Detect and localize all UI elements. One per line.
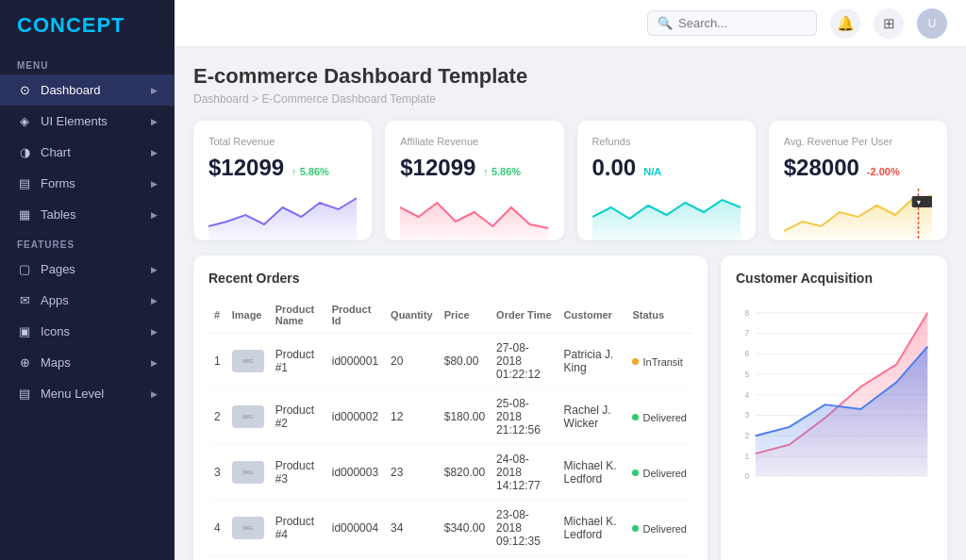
tables-icon: ▦ — [17, 207, 32, 222]
col-status: Status — [626, 297, 692, 334]
svg-text:0: 0 — [744, 471, 749, 481]
cell-num: 1 — [208, 334, 226, 389]
product-thumbnail: IMG — [232, 517, 264, 539]
cell-time: 23-08-2018 09:12:35 — [491, 501, 558, 556]
cell-image: IMG — [226, 389, 270, 445]
stat-chart — [400, 189, 548, 240]
stat-change: ↑ 5.86% — [291, 166, 329, 177]
col-product-name: Product Name — [270, 297, 326, 334]
chevron-right-icon: ▶ — [151, 265, 158, 274]
page-title: E-commerce Dashboard Template — [193, 64, 947, 89]
acquisition-card: Customer Acquisition 8 7 6 5 4 3 2 1 0 — [721, 255, 947, 560]
cell-price: $340.00 — [439, 501, 491, 556]
col-customer: Customer — [558, 297, 627, 334]
cell-status: Delivered — [626, 501, 692, 556]
cell-status: InTransit — [626, 334, 692, 389]
sidebar-item-pages[interactable]: ▢ Pages ▶ — [0, 254, 175, 285]
product-thumbnail: IMG — [232, 350, 264, 372]
cell-id: id000004 — [326, 501, 385, 556]
breadcrumb-home[interactable]: Dashboard — [193, 92, 249, 106]
orders-table: # Image Product Name Product Id Quantity… — [208, 297, 692, 556]
chevron-right-icon: ▶ — [151, 358, 158, 368]
svg-text:5: 5 — [744, 370, 749, 379]
menu-level-icon: ▤ — [17, 387, 32, 401]
icons-icon: ▣ — [17, 324, 32, 338]
cell-name: Product #4 — [270, 501, 326, 556]
apps-grid-button[interactable]: ⊞ — [874, 8, 904, 39]
sidebar-item-dashboard[interactable]: ⊙ Dashboard ▶ — [0, 74, 175, 106]
svg-text:▼: ▼ — [915, 199, 922, 206]
cell-customer: Rachel J. Wicker — [558, 389, 627, 445]
sidebar-item-label: Tables — [41, 207, 76, 222]
sidebar-item-tables[interactable]: ▦ Tables ▶ — [0, 199, 175, 230]
svg-text:8: 8 — [744, 308, 749, 318]
sidebar-item-label: Dashboard — [41, 83, 101, 97]
svg-marker-3 — [784, 196, 932, 240]
breadcrumb: Dashboard > E-Commerce Dashboard Templat… — [193, 92, 947, 106]
stat-value: $28000 — [784, 155, 859, 181]
status-dot — [632, 525, 639, 532]
orders-card: Recent Orders # Image Product Name Produ… — [193, 255, 708, 560]
stat-value: $12099 — [400, 155, 475, 181]
user-avatar[interactable]: U — [917, 8, 947, 39]
chevron-right-icon: ▶ — [151, 296, 158, 305]
status-text: Delivered — [642, 468, 686, 479]
table-row: 4 IMG Product #4 id000004 34 $340.00 23-… — [208, 501, 692, 556]
sidebar-item-chart[interactable]: ◑ Chart ▶ — [0, 137, 175, 168]
status-text: InTransit — [642, 356, 682, 368]
search-input[interactable] — [678, 16, 810, 30]
chevron-right-icon: ▶ — [151, 179, 158, 189]
svg-text:6: 6 — [744, 349, 749, 358]
features-section-label: FEATURES — [0, 230, 175, 254]
cell-qty: 12 — [385, 389, 439, 445]
sidebar: CONCEPT MENU ⊙ Dashboard ▶ ◈ UI Elements… — [0, 0, 175, 560]
avatar-initials: U — [928, 17, 937, 30]
cell-customer: Michael K. Ledford — [558, 445, 627, 501]
app-logo: CONCEPT — [0, 0, 175, 51]
stat-change: -2.00% — [867, 166, 900, 177]
grid-icon: ⊞ — [883, 15, 895, 32]
chevron-right-icon: ▶ — [151, 148, 158, 157]
status-badge: InTransit — [632, 356, 682, 368]
stat-card-refunds: Refunds 0.00 N/A — [577, 121, 756, 240]
cell-name: Product #3 — [270, 445, 326, 501]
svg-text:7: 7 — [744, 328, 749, 338]
stat-value: $12099 — [208, 155, 284, 181]
sidebar-item-menu-level[interactable]: ▤ Menu Level ▶ — [0, 378, 175, 409]
table-row: 1 IMG Product #1 id000001 20 $80.00 27-0… — [208, 334, 692, 389]
svg-text:4: 4 — [744, 390, 749, 400]
sidebar-item-label: Maps — [41, 355, 71, 370]
status-dot — [632, 358, 639, 365]
stat-chart — [592, 189, 741, 240]
status-dot — [632, 414, 639, 420]
chevron-right-icon: ▶ — [151, 86, 158, 95]
search-icon: 🔍 — [658, 16, 673, 30]
sidebar-item-apps[interactable]: ✉ Apps ▶ — [0, 285, 175, 316]
col-image: Image — [226, 297, 270, 334]
cell-time: 25-08-2018 21:12:56 — [491, 389, 558, 445]
svg-text:2: 2 — [744, 431, 749, 440]
svg-marker-2 — [592, 200, 741, 240]
status-badge: Delivered — [632, 468, 686, 479]
cell-customer: Michael K. Ledford — [558, 501, 627, 556]
sidebar-item-icons[interactable]: ▣ Icons ▶ — [0, 316, 175, 347]
menu-section-label: MENU — [0, 51, 175, 74]
pages-icon: ▢ — [17, 262, 32, 276]
sidebar-item-label: Pages — [41, 262, 75, 276]
search-box[interactable]: 🔍 — [647, 10, 817, 36]
sidebar-item-label: Apps — [41, 293, 69, 307]
sidebar-item-forms[interactable]: ▤ Forms ▶ — [0, 168, 175, 199]
chevron-right-icon: ▶ — [151, 117, 158, 126]
main-area: 🔍 🔔 ⊞ U E-commerce Dashboard Template Da… — [175, 0, 966, 560]
cell-name: Product #2 — [270, 389, 326, 445]
cell-id: id000002 — [326, 389, 385, 445]
sidebar-item-ui-elements[interactable]: ◈ UI Elements ▶ — [0, 106, 175, 137]
cell-num: 2 — [208, 389, 226, 445]
maps-icon: ⊕ — [17, 355, 32, 370]
sidebar-item-maps[interactable]: ⊕ Maps ▶ — [0, 347, 175, 378]
status-dot — [632, 469, 639, 476]
apps-icon: ✉ — [17, 293, 32, 307]
cell-name: Product #1 — [270, 334, 326, 389]
col-quantity: Quantity — [385, 297, 439, 334]
notifications-button[interactable]: 🔔 — [830, 8, 860, 39]
